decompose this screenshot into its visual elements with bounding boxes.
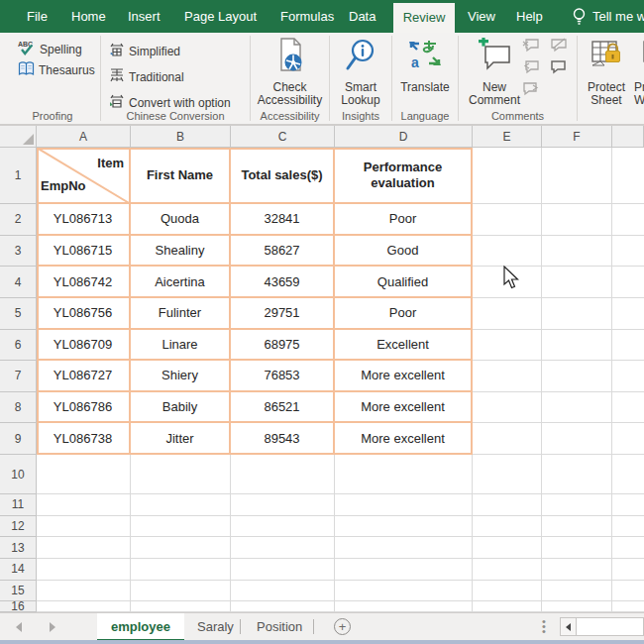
column-header-c[interactable]: C [231,126,335,148]
row-header-3[interactable]: 3 [0,236,37,268]
protect-workbook-button[interactable]: Protect Workbook [632,36,644,107]
row-header-2[interactable]: 2 [0,204,37,236]
cell-e6[interactable] [473,330,542,362]
column-header-partial[interactable] [612,126,644,148]
cell-f15[interactable] [542,581,612,602]
cell-g13[interactable] [612,537,644,559]
cell-d3[interactable]: Good [335,236,473,268]
thesaurus-button[interactable]: Thesaurus [18,61,95,79]
tab-review[interactable]: Review [393,3,455,33]
traditional-button[interactable]: Traditional [109,67,184,86]
cell-f13[interactable] [542,537,612,559]
cell-a7[interactable]: YL086727 [37,361,131,392]
cell-b13[interactable] [131,537,231,559]
cell-g12[interactable] [612,516,644,538]
cell-c13[interactable] [231,537,335,559]
cell-g9[interactable] [612,423,644,455]
cell-f4[interactable] [542,267,612,298]
cell-a3[interactable]: YL086715 [37,236,131,268]
tab-view[interactable]: View [468,0,495,33]
cell-a14[interactable] [37,559,131,581]
cell-c9[interactable]: 89543 [231,423,335,455]
cell-d6[interactable]: Excellent [335,330,473,362]
tab-bar-resize-handle[interactable]: ••• [541,619,547,634]
show-comments-icon[interactable] [550,59,568,74]
cell-c6[interactable]: 68975 [231,330,335,362]
cell-e14[interactable] [473,559,542,581]
cell-b2[interactable]: Quoda [131,204,231,236]
sheet-tab-employee[interactable]: employee [97,613,184,641]
add-sheet-button[interactable]: + [334,618,351,635]
cell-c2[interactable]: 32841 [231,204,335,236]
row-header-6[interactable]: 6 [0,330,37,362]
cell-f5[interactable] [542,298,612,330]
cell-d5[interactable]: Poor [335,298,473,330]
cell-d16[interactable] [335,601,473,612]
cell-f9[interactable] [542,423,612,455]
cell-b10[interactable] [131,455,231,494]
cell-a15[interactable] [37,581,131,602]
cell-c7[interactable]: 76853 [231,361,335,392]
cell-g16[interactable] [612,601,644,612]
sheet-nav-next-icon[interactable] [50,622,55,632]
row-header-15[interactable]: 15 [0,581,37,602]
cell-e11[interactable] [473,494,542,516]
cell-d8[interactable]: More excellent [335,392,473,424]
translate-button[interactable]: a Translate [392,36,458,94]
cell-e4[interactable] [473,267,542,298]
row-header-1[interactable]: 1 [0,148,37,204]
cell-a11[interactable] [37,494,131,516]
cell-a10[interactable] [37,455,131,494]
cell-f16[interactable] [542,601,612,612]
cell-b3[interactable]: Shealiny [131,236,231,268]
cell-e16[interactable] [473,601,542,612]
cell-g4[interactable] [612,267,644,298]
cell-f11[interactable] [542,494,612,516]
cell-b16[interactable] [131,601,231,612]
cell-a12[interactable] [37,516,131,538]
header-cell-d1[interactable]: Performance evaluation [335,148,473,204]
row-header-8[interactable]: 8 [0,392,37,424]
cell-c12[interactable] [231,516,335,538]
cell-d13[interactable] [335,537,473,559]
cell-d7[interactable]: More excellent [335,361,473,392]
edit-comment-icon[interactable] [550,38,568,53]
cell-b12[interactable] [131,516,231,538]
cell-b8[interactable]: Babily [131,392,231,424]
cell-g11[interactable] [612,494,644,516]
header-cell-b1[interactable]: First Name [131,148,231,204]
cell-e12[interactable] [473,516,542,538]
hscroll-left-button[interactable] [560,617,577,636]
column-header-f[interactable]: F [542,126,612,148]
cell-b5[interactable]: Fulinter [131,298,231,330]
row-header-11[interactable]: 11 [0,494,37,516]
cell-c5[interactable]: 29751 [231,298,335,330]
tab-formulas[interactable]: Formulas [280,0,334,33]
cell-g1[interactable] [612,148,644,204]
row-header-12[interactable]: 12 [0,516,37,538]
cell-f8[interactable] [542,392,612,424]
select-all-button[interactable] [0,126,37,148]
cell-g14[interactable] [612,559,644,581]
cell-a2[interactable]: YL086713 [37,204,131,236]
tab-insert[interactable]: Insert [128,0,161,33]
cell-f1[interactable] [542,148,612,204]
column-header-b[interactable]: B [131,126,231,148]
cell-f14[interactable] [542,559,612,581]
smart-lookup-button[interactable]: Smart Lookup [330,36,391,107]
cell-a9[interactable]: YL086738 [37,423,131,455]
cell-d15[interactable] [335,581,473,602]
tab-page-layout[interactable]: Page Layout [184,0,257,33]
cell-g6[interactable] [612,330,644,362]
next-comment-icon[interactable] [522,81,540,96]
cell-f3[interactable] [542,236,612,268]
tab-file[interactable]: File [27,0,48,33]
cell-f10[interactable] [542,455,612,494]
cell-b6[interactable]: Linare [131,330,231,362]
previous-comment-icon[interactable] [522,59,540,74]
column-header-e[interactable]: E [473,126,542,148]
cell-d4[interactable]: Qualified [335,267,473,298]
cell-g2[interactable] [612,204,644,236]
column-header-a[interactable]: A [37,126,131,148]
tab-data[interactable]: Data [349,0,376,33]
